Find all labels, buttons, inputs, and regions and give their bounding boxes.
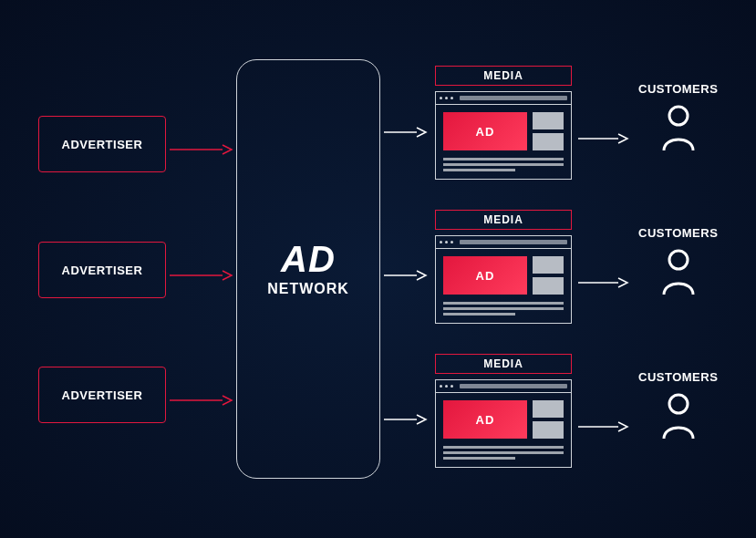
browser-mock: AD [435,379,572,468]
browser-mock: AD [435,235,572,324]
arrow-advertiser-2 [170,270,233,271]
svg-point-11 [669,395,688,413]
customers-block-1: CUSTOMERS [638,82,718,152]
person-icon [658,103,699,152]
arrow-media-customers-3 [578,421,629,422]
advertiser-box-2: ADVERTISER [38,242,166,298]
media-block-1: MEDIA AD [435,66,572,180]
arrow-media-customers-1 [578,133,629,134]
advertiser-label: ADVERTISER [62,388,143,402]
ad-network-subtitle: NETWORK [267,281,349,297]
content-block [533,133,564,150]
arrow-advertiser-3 [170,395,233,396]
person-icon [658,247,699,296]
ad-network-box: AD NETWORK [236,59,380,479]
media-block-3: MEDIA AD [435,354,572,468]
browser-body: AD [436,393,571,467]
ad-slot-text: AD [476,269,495,283]
window-dot [450,241,453,243]
window-dot [445,385,448,388]
svg-point-9 [669,107,688,125]
arrow-network-media-2 [384,270,428,271]
sidebar-blocks [533,256,564,295]
address-bar [460,384,567,388]
ad-slot: AD [443,400,527,439]
window-dot [445,241,448,243]
text-lines [443,300,564,316]
text-line [443,302,564,305]
window-dot [450,385,453,388]
ad-slot: AD [443,112,527,150]
advertiser-label: ADVERTISER [62,264,143,277]
person-icon [658,391,699,440]
advertiser-box-3: ADVERTISER [38,367,166,423]
text-line [443,313,515,316]
customers-label: CUSTOMERS [638,226,718,240]
browser-top-bar [436,92,571,105]
browser-mock: AD [435,91,572,180]
text-line [443,457,515,460]
browser-top-bar [436,236,571,249]
text-lines [443,156,564,171]
ad-slot-text: AD [476,125,495,139]
ad-slot: AD [443,256,527,295]
window-dot [440,241,442,243]
arrow-media-customers-2 [578,277,629,278]
content-block [533,277,564,295]
media-label: MEDIA [435,354,572,374]
sidebar-blocks [533,112,564,150]
svg-point-10 [669,251,688,269]
text-line [443,158,564,160]
address-bar [460,240,567,244]
ad-network-title: AD [281,241,336,277]
customers-label: CUSTOMERS [638,82,718,96]
browser-top-bar [436,380,571,393]
window-dot [445,97,448,99]
content-block [533,400,564,418]
arrow-network-media-1 [384,127,428,128]
text-line [443,451,564,454]
arrow-network-media-3 [384,414,428,415]
advertiser-label: ADVERTISER [62,138,143,151]
window-dot [440,385,442,388]
text-lines [443,444,564,460]
text-line [443,307,564,310]
media-block-2: MEDIA AD [435,210,572,324]
media-label: MEDIA [435,210,572,230]
ad-slot-text: AD [476,413,495,427]
browser-body: AD [436,249,571,323]
text-line [443,446,564,449]
customers-block-3: CUSTOMERS [638,370,718,440]
sidebar-blocks [533,400,564,439]
browser-body: AD [436,105,571,179]
text-line [443,169,515,171]
window-dot [440,97,442,99]
content-block [533,256,564,274]
advertiser-box-1: ADVERTISER [38,116,166,172]
address-bar [460,96,567,100]
window-dot [450,97,453,99]
customers-label: CUSTOMERS [638,370,718,384]
arrow-advertiser-1 [170,144,233,145]
content-block [533,421,564,439]
customers-block-2: CUSTOMERS [638,226,718,296]
text-line [443,163,564,166]
media-label: MEDIA [435,66,572,86]
content-block [533,112,564,129]
